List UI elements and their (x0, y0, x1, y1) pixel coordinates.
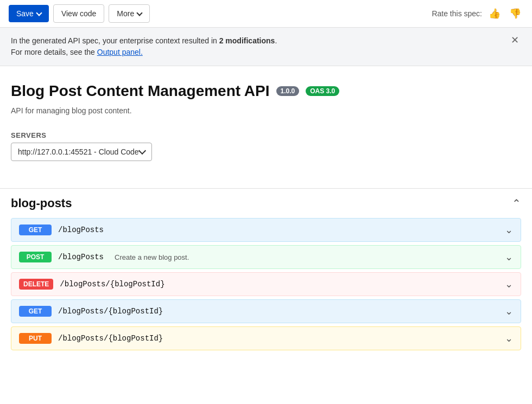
view-code-button[interactable]: View code (53, 4, 104, 23)
endpoint-description: Create a new blog post. (115, 253, 189, 261)
thumbs-up-button[interactable]: 👍 (486, 5, 503, 22)
endpoint-left: POST/blogPostsCreate a new blog post. (19, 252, 189, 262)
endpoint-path: /blogPosts (58, 253, 104, 261)
endpoint-left: DELETE/blogPosts/{blogPostId} (19, 279, 165, 290)
version-badge: 1.0.0 (276, 86, 300, 96)
oas-badge: OAS 3.0 (306, 86, 339, 96)
endpoint-path: /blogPosts/{blogPostId} (60, 280, 164, 288)
api-description: API for managing blog post content. (11, 106, 521, 115)
endpoints-list: GET/blogPosts⌄POST/blogPostsCreate a new… (0, 218, 532, 350)
notification-message-part3: For more details, see the (11, 48, 97, 56)
endpoint-row[interactable]: PUT/blogPosts/{blogPostId}⌄ (11, 326, 521, 350)
method-badge-post: POST (19, 252, 52, 262)
servers-chevron-icon (138, 147, 146, 155)
endpoint-row[interactable]: POST/blogPostsCreate a new blog post.⌄ (11, 245, 521, 269)
more-chevron-icon (137, 10, 143, 16)
output-panel-link[interactable]: Output panel. (97, 48, 143, 56)
more-label: More (117, 9, 134, 18)
save-chevron-icon (36, 10, 42, 16)
method-badge-delete: DELETE (19, 279, 53, 290)
toolbar-right: Rate this spec: 👍 👎 (432, 5, 523, 22)
api-title-row: Blog Post Content Management API 1.0.0 O… (11, 82, 521, 100)
api-title: Blog Post Content Management API (11, 82, 270, 100)
endpoint-row[interactable]: DELETE/blogPosts/{blogPostId}⌄ (11, 272, 521, 296)
endpoint-expand-icon: ⌄ (505, 332, 513, 344)
save-button[interactable]: Save (9, 5, 49, 22)
endpoint-path: /blogPosts (58, 226, 104, 234)
method-badge-put: PUT (19, 333, 52, 344)
section-title: blog-posts (11, 196, 72, 210)
endpoint-path: /blogPosts/{blogPostId} (58, 307, 163, 316)
endpoint-path: /blogPosts/{blogPostId} (58, 334, 163, 343)
close-icon: ✕ (511, 35, 519, 46)
thumbs-down-button[interactable]: 👎 (507, 5, 523, 22)
endpoint-expand-icon: ⌄ (505, 251, 513, 263)
servers-dropdown[interactable]: http://127.0.0.1:45521 - Cloud Code (11, 143, 152, 161)
servers-section: Servers http://127.0.0.1:45521 - Cloud C… (11, 131, 521, 161)
toolbar-left: Save View code More (9, 4, 150, 23)
section-collapse-icon: ⌃ (512, 197, 521, 210)
main-content: Blog Post Content Management API 1.0.0 O… (0, 66, 532, 188)
endpoint-row[interactable]: GET/blogPosts/{blogPostId}⌄ (11, 299, 521, 323)
notification-message-part1: In the generated API spec, your enterpri… (11, 36, 219, 45)
modifications-count: 2 modifications (219, 36, 275, 45)
endpoint-left: GET/blogPosts (19, 225, 104, 235)
notification-banner: In the generated API spec, your enterpri… (0, 28, 532, 66)
rate-label: Rate this spec: (432, 9, 482, 18)
method-badge-get: GET (19, 225, 52, 235)
save-label: Save (16, 9, 34, 18)
endpoint-row[interactable]: GET/blogPosts⌄ (11, 218, 521, 242)
endpoint-expand-icon: ⌄ (505, 224, 513, 236)
thumbs-up-icon: 👍 (489, 8, 501, 19)
more-button[interactable]: More (109, 4, 150, 23)
notification-message-part2: . (275, 36, 277, 45)
method-badge-get: GET (19, 306, 52, 317)
section-header[interactable]: blog-posts ⌃ (0, 189, 532, 218)
servers-label: Servers (11, 131, 521, 139)
notification-text: In the generated API spec, your enterpri… (11, 35, 277, 58)
endpoint-left: PUT/blogPosts/{blogPostId} (19, 333, 163, 344)
servers-selected-value: http://127.0.0.1:45521 - Cloud Code (18, 148, 139, 156)
view-code-label: View code (61, 9, 96, 18)
toolbar: Save View code More Rate this spec: 👍 👎 (0, 0, 532, 28)
blog-posts-section: blog-posts ⌃ GET/blogPosts⌄POST/blogPost… (0, 189, 532, 350)
close-notification-button[interactable]: ✕ (509, 35, 521, 45)
endpoint-expand-icon: ⌄ (505, 305, 513, 317)
endpoint-left: GET/blogPosts/{blogPostId} (19, 306, 163, 317)
thumbs-down-icon: 👎 (509, 8, 521, 19)
endpoint-expand-icon: ⌄ (505, 278, 513, 290)
